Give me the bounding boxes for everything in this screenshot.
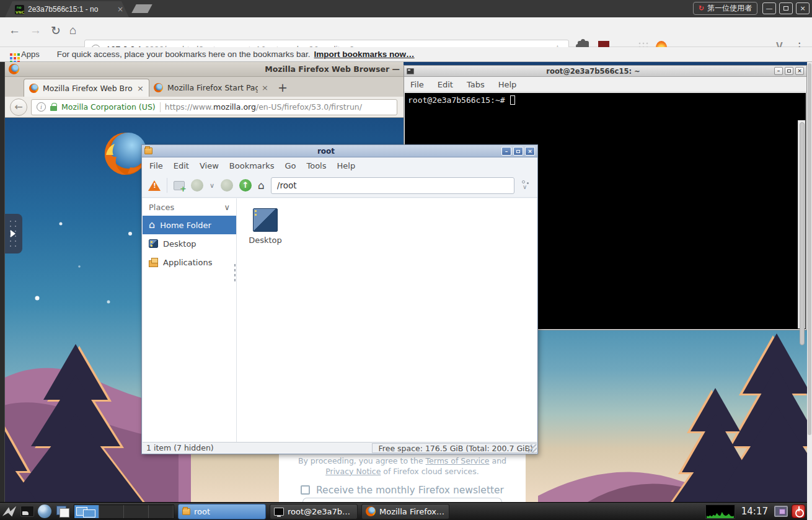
firefox-tab[interactable]: Mozilla Firefox Start Pag × — [149, 79, 273, 97]
terms-of-service-link[interactable]: Terms of Service — [426, 456, 490, 465]
workspace-1[interactable] — [74, 505, 99, 518]
tab-close-icon[interactable]: × — [262, 83, 268, 92]
terminal-scrollbar[interactable] — [798, 120, 805, 328]
tab-close-icon[interactable]: × — [117, 5, 123, 14]
window-maximize-button[interactable] — [779, 2, 793, 14]
task-button-firefox[interactable]: Mozilla Firefox W... — [361, 504, 449, 519]
sidebar-item-home-folder[interactable]: ⌂ Home Folder — [143, 216, 236, 234]
firefox-titlebar[interactable]: Mozilla Firefox Web Browser — — [5, 62, 404, 77]
show-desktop-icon[interactable] — [20, 506, 34, 517]
home-icon[interactable]: ⌂ — [258, 180, 265, 191]
menu-go[interactable]: Go — [285, 161, 296, 170]
applications-icon — [149, 260, 158, 267]
forward-icon[interactable] — [221, 179, 233, 192]
firefox-favicon — [154, 83, 163, 92]
workspace-2[interactable] — [99, 505, 124, 518]
menu-help[interactable]: Help — [498, 80, 517, 89]
page-info-icon[interactable]: i — [37, 102, 46, 112]
apps-label[interactable]: Apps — [21, 50, 40, 59]
firefox-back-button[interactable]: ← — [10, 99, 27, 116]
apps-grid-icon[interactable] — [10, 53, 12, 56]
menu-edit[interactable]: Edit — [174, 161, 189, 170]
home-icon: ⌂ — [149, 220, 155, 230]
web-browser-launcher-icon[interactable] — [38, 505, 51, 518]
firefox-new-tab-button[interactable]: + — [278, 82, 288, 93]
fm-close-button[interactable]: × — [525, 147, 535, 156]
path-field[interactable] — [271, 177, 514, 194]
forward-icon[interactable]: → — [30, 24, 42, 37]
fm-minimize-button[interactable]: – — [501, 147, 511, 156]
lock-screen-icon[interactable] — [774, 506, 788, 517]
firefox-window-title: Mozilla Firefox Web Browser — — [19, 64, 404, 74]
menu-file[interactable]: File — [410, 80, 424, 89]
places-header[interactable]: Places ∨ — [143, 198, 236, 216]
terminal-cursor — [510, 95, 515, 105]
novnc-control-handle[interactable] — [5, 214, 22, 253]
workspace-3[interactable] — [124, 505, 149, 518]
terminal-maximize-button[interactable] — [785, 67, 793, 75]
chrome-titlebar[interactable]: 2e3a7b566c15:1 - no × ↻ 第一位使用者 — × — [0, 0, 812, 17]
desktop-folder-icon — [253, 208, 278, 232]
clock[interactable]: 14:17 — [741, 506, 768, 517]
import-bookmarks-link[interactable]: Import bookmarks now… — [314, 50, 415, 59]
file-item-desktop[interactable]: Desktop — [245, 208, 285, 245]
newsletter-label: Receive the monthly Firefox newsletter — [316, 485, 504, 496]
menu-tabs[interactable]: Tabs — [467, 80, 485, 89]
fm-maximize-button[interactable] — [513, 147, 523, 156]
terminal-titlebar[interactable]: root@2e3a7b566c15: ~ – × — [404, 66, 806, 77]
chrome-tab[interactable]: 2e3a7b566c15:1 - no × — [5, 1, 129, 17]
home-icon[interactable]: ⌂ — [69, 24, 76, 37]
sidebar-item-desktop[interactable]: Desktop — [143, 234, 236, 253]
profile-sync-error-icon: ↻ — [699, 4, 704, 12]
firefox-url: https://www.mozilla.org/en-US/firefox/53… — [165, 102, 362, 112]
menu-tools[interactable]: Tools — [306, 161, 326, 170]
task-button-terminal[interactable]: root@2e3a7b5... — [270, 504, 358, 519]
places-sidebar: Places ∨ ⌂ Home Folder Desktop Applicati… — [143, 198, 237, 442]
sidebar-splitter[interactable] — [234, 263, 236, 284]
bookmarks-hint: For quick access, place your bookmarks h… — [57, 50, 311, 59]
terminal-scroll-thumb[interactable] — [800, 122, 805, 345]
tab-close-icon[interactable]: × — [137, 84, 144, 93]
workspace-4[interactable] — [149, 505, 174, 518]
terminal-menubar: File Edit Tabs Help — [404, 77, 806, 92]
side-pane-icon[interactable] — [521, 180, 531, 191]
new-tab-button[interactable] — [131, 4, 152, 13]
back-icon[interactable] — [191, 179, 203, 192]
newsletter-checkbox[interactable] — [301, 485, 310, 495]
menu-help[interactable]: Help — [337, 161, 356, 170]
privacy-notice-link[interactable]: Privacy Notice — [325, 467, 381, 476]
menu-file[interactable]: File — [149, 161, 163, 170]
profile-badge[interactable]: ↻ 第一位使用者 — [693, 2, 757, 15]
firefox-tabstrip: Mozilla Firefox Web Bro × Mozilla Firefo… — [5, 77, 404, 97]
menu-edit[interactable]: Edit — [438, 80, 453, 89]
logout-power-button[interactable] — [792, 505, 805, 518]
terminal-minimize-button[interactable]: – — [774, 67, 783, 75]
task-button-root[interactable]: root — [178, 504, 266, 519]
back-icon[interactable]: ← — [9, 24, 20, 37]
warning-icon[interactable] — [148, 180, 161, 191]
terminal-close-button[interactable]: × — [795, 67, 804, 75]
history-chevron-icon[interactable]: ∨ — [210, 182, 214, 190]
lxde-menu-icon[interactable] — [2, 505, 17, 518]
page-scroll-thumb[interactable] — [808, 63, 811, 435]
window-minimize-button[interactable]: — — [762, 2, 776, 14]
firefox-window: Mozilla Firefox Web Browser — Mozilla Fi… — [5, 62, 404, 118]
screen: 2e3a7b566c15:1 - no × ↻ 第一位使用者 — × ← → ↻… — [0, 0, 812, 520]
free-space: Free space: 176.5 GiB (Total: 200.7 GiB) — [372, 443, 537, 453]
file-manager-titlebar[interactable]: root – × — [142, 145, 537, 157]
cpu-monitor[interactable] — [705, 505, 735, 519]
menu-view[interactable]: View — [200, 161, 219, 170]
new-tab-icon[interactable] — [174, 181, 185, 190]
vnc-favicon — [15, 5, 24, 14]
up-icon[interactable]: ↑ — [239, 179, 252, 192]
sidebar-item-applications[interactable]: Applications — [143, 253, 236, 271]
file-manager-launcher-icon[interactable] — [55, 505, 70, 518]
identity-label[interactable]: Mozilla Corporation (US) — [61, 102, 156, 112]
menu-bookmarks[interactable]: Bookmarks — [229, 161, 275, 170]
reload-icon[interactable]: ↻ — [51, 24, 61, 38]
chevron-down-icon: ∨ — [224, 203, 230, 212]
firefox-urlbar[interactable]: i Mozilla Corporation (US) https://www.m… — [31, 99, 397, 115]
firefox-tab-active[interactable]: Mozilla Firefox Web Bro × — [24, 79, 149, 97]
resize-grip[interactable] — [528, 444, 537, 453]
window-close-button[interactable]: × — [796, 2, 810, 14]
